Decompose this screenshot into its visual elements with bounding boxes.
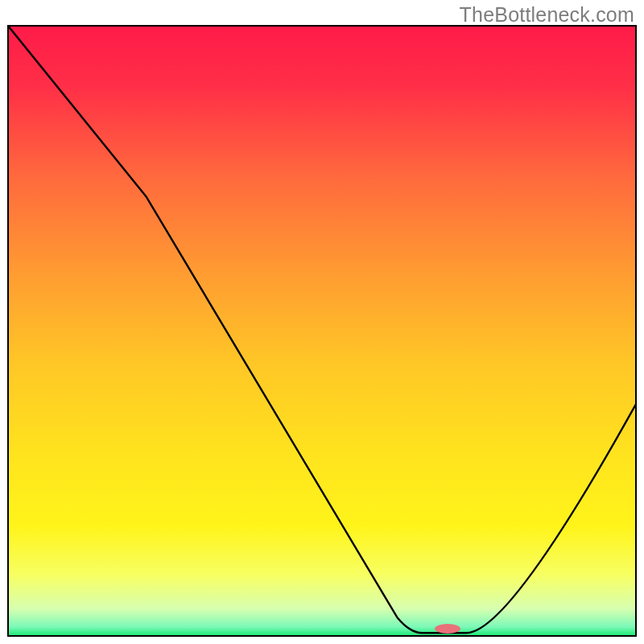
plot-background [8,26,636,636]
watermark-text: TheBottleneck.com [460,3,634,27]
bottleneck-chart [0,0,644,644]
optimal-marker [435,624,460,634]
chart-container: TheBottleneck.com [0,0,644,644]
